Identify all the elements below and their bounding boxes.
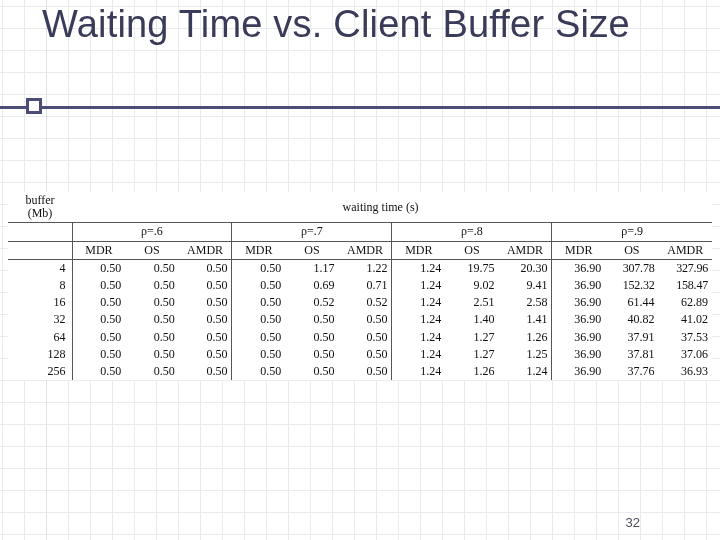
cell: 40.82 [605,311,658,328]
cell: 0.50 [285,311,338,328]
cell: 0.50 [339,363,392,380]
cell: 0.50 [179,277,232,294]
cell: 0.50 [285,329,338,346]
cell: 0.50 [72,311,125,328]
header-rho-07: ρ=.7 [232,223,392,241]
cell: 1.22 [339,259,392,277]
cell: 0.50 [125,277,178,294]
cell: 0.50 [339,329,392,346]
cell: 0.50 [339,346,392,363]
cell: 0.50 [232,311,285,328]
cell: 1.24 [392,329,445,346]
cell: 0.50 [72,329,125,346]
table-row: 4 0.50 0.50 0.50 0.50 1.17 1.22 1.24 19.… [8,259,712,277]
cell-buffer: 32 [8,311,72,328]
header-buffer: buffer (Mb) [8,192,72,223]
data-table: buffer (Mb) waiting time (s) ρ=.6 ρ=.7 ρ… [8,192,712,380]
cell: 1.24 [392,346,445,363]
table-row: 16 0.50 0.50 0.50 0.50 0.52 0.52 1.24 2.… [8,294,712,311]
cell: 36.90 [552,259,605,277]
cell: 0.50 [72,277,125,294]
h-07-mdr: MDR [232,241,285,259]
h-06-mdr: MDR [72,241,125,259]
cell: 2.58 [499,294,552,311]
cell: 0.50 [285,363,338,380]
cell: 0.50 [72,259,125,277]
cell: 0.69 [285,277,338,294]
cell: 9.02 [445,277,498,294]
cell: 19.75 [445,259,498,277]
data-table-wrap: buffer (Mb) waiting time (s) ρ=.6 ρ=.7 ρ… [8,192,712,380]
cell: 0.50 [179,259,232,277]
cell: 1.24 [392,294,445,311]
h-07-amdr: AMDR [339,241,392,259]
cell: 36.93 [659,363,713,380]
cell: 20.30 [499,259,552,277]
cell: 0.50 [125,294,178,311]
cell: 0.50 [232,363,285,380]
cell: 0.50 [125,363,178,380]
cell: 1.41 [499,311,552,328]
cell: 0.50 [72,363,125,380]
cell: 36.90 [552,329,605,346]
cell: 158.47 [659,277,713,294]
cell: 0.50 [179,311,232,328]
cell: 1.17 [285,259,338,277]
cell: 0.50 [125,259,178,277]
cell: 41.02 [659,311,713,328]
cell: 37.91 [605,329,658,346]
header-rho-09: ρ=.9 [552,223,712,241]
cell: 37.76 [605,363,658,380]
cell: 1.24 [392,259,445,277]
cell: 1.24 [392,363,445,380]
cell: 1.27 [445,329,498,346]
header-waiting: waiting time (s) [339,192,499,223]
cell-buffer: 8 [8,277,72,294]
cell: 307.78 [605,259,658,277]
cell: 1.26 [445,363,498,380]
h-08-mdr: MDR [392,241,445,259]
cell-buffer: 16 [8,294,72,311]
cell: 1.25 [499,346,552,363]
title-underline [0,106,720,109]
h-09-mdr: MDR [552,241,605,259]
page-number: 32 [626,515,640,530]
cell: 0.50 [72,294,125,311]
table-row: 256 0.50 0.50 0.50 0.50 0.50 0.50 1.24 1… [8,363,712,380]
slide-title-wrap: Waiting Time vs. Client Buffer Size [42,2,700,47]
slide-title: Waiting Time vs. Client Buffer Size [42,2,700,47]
cell: 0.50 [125,346,178,363]
cell: 1.27 [445,346,498,363]
cell-buffer: 128 [8,346,72,363]
title-underline-square [26,98,42,114]
cell: 0.50 [232,329,285,346]
cell: 36.90 [552,311,605,328]
table-row: 128 0.50 0.50 0.50 0.50 0.50 0.50 1.24 1… [8,346,712,363]
cell: 37.53 [659,329,713,346]
table-row: 32 0.50 0.50 0.50 0.50 0.50 0.50 1.24 1.… [8,311,712,328]
cell: 1.24 [392,277,445,294]
cell-buffer: 4 [8,259,72,277]
cell: 61.44 [605,294,658,311]
cell: 37.81 [605,346,658,363]
cell-buffer: 256 [8,363,72,380]
cell: 0.50 [232,294,285,311]
cell: 0.50 [179,346,232,363]
cell: 36.90 [552,294,605,311]
cell: 36.90 [552,346,605,363]
cell: 0.50 [72,346,125,363]
cell: 0.71 [339,277,392,294]
h-09-os: OS [605,241,658,259]
h-07-os: OS [285,241,338,259]
cell: 0.50 [179,329,232,346]
cell: 0.50 [339,311,392,328]
cell: 0.52 [285,294,338,311]
h-06-amdr: AMDR [179,241,232,259]
h-09-amdr: AMDR [659,241,713,259]
h-08-amdr: AMDR [499,241,552,259]
cell: 37.06 [659,346,713,363]
cell: 0.50 [179,294,232,311]
cell: 152.32 [605,277,658,294]
cell: 1.24 [392,311,445,328]
table-header-method: MDR OS AMDR MDR OS AMDR MDR OS AMDR MDR … [8,241,712,259]
